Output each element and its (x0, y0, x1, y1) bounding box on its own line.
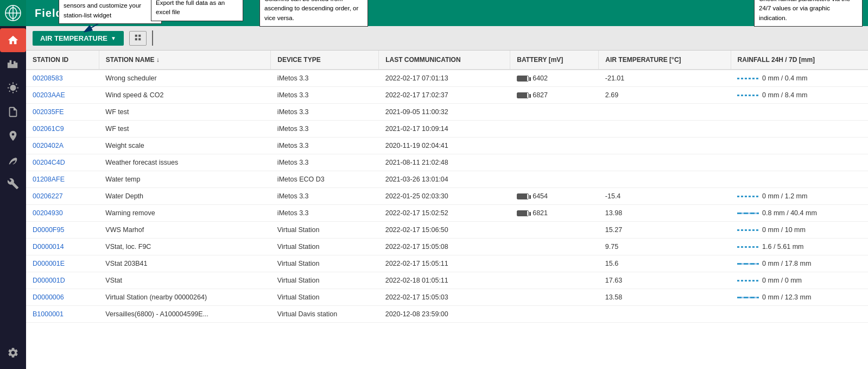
grid-icon (134, 34, 142, 41)
air-temp-label: AIR TEMPERATURE (40, 34, 107, 42)
col-air-temp[interactable]: AIR TEMPERATURE [°C] (599, 51, 731, 70)
station-name-cell: Water Depth (99, 188, 271, 205)
last-comm-cell: 2022-02-17 15:05:08 (379, 239, 510, 255)
rainfall-cell: 1.6 / 5.61 mm (731, 239, 868, 255)
rainfall-cell: 0 mm / 1.2 mm (731, 188, 868, 205)
battery-cell: 6827 (510, 87, 599, 104)
battery-cell (510, 289, 599, 306)
rainfall-cell (731, 171, 868, 188)
sensors-icon (7, 130, 19, 142)
col-device-type[interactable]: DEVICE TYPE (271, 51, 379, 70)
station-id-link[interactable]: D0000F95 (33, 226, 64, 234)
station-name-cell: WF test (99, 121, 271, 137)
sidebar-item-settings[interactable] (0, 341, 26, 365)
table-row: B1000001Versailles(6800) - A100004599E..… (26, 306, 868, 323)
sidebar-item-home[interactable] (0, 28, 26, 52)
col-station-name[interactable]: STATION NAME ↓ (99, 51, 271, 70)
rainfall-cell: 0.8 mm / 40.4 mm (731, 205, 868, 222)
sort-tooltip-box: Columns can be sorted from ascending to … (259, 0, 368, 27)
sidebar-item-charts[interactable] (0, 52, 26, 76)
station-id-link[interactable]: D0000006 (33, 293, 64, 301)
rain-indicator (737, 297, 759, 298)
air-temp-cell: 15.6 (599, 255, 731, 272)
battery-icon (517, 76, 529, 82)
air-temp-cell: 15.27 (599, 222, 731, 239)
station-name-cell: Wind speed & CO2 (99, 87, 271, 104)
station-name-cell: Warning remove (99, 205, 271, 222)
sensor-tooltip-box: Choose between the selectable sensors an… (59, 0, 162, 24)
last-comm-cell: 2020-12-08 23:59:00 (379, 306, 510, 323)
device-type-cell: iMetos 3.3 (271, 137, 379, 154)
device-type-cell: Virtual Station (271, 272, 379, 289)
sidebar-item-tools[interactable] (0, 172, 26, 196)
table-row: D000001DVStatVirtual Station2022-02-18 0… (26, 272, 868, 289)
battery-cell: 6402 (510, 70, 599, 87)
home-icon (7, 34, 19, 46)
rain-indicator (737, 246, 759, 248)
last-comm-cell: 2022-02-17 15:05:11 (379, 255, 510, 272)
sidebar-item-weather[interactable] (0, 76, 26, 100)
station-id-link[interactable]: D0000014 (33, 243, 64, 251)
sidebar-item-sensors[interactable] (0, 124, 26, 148)
rain-indicator (737, 280, 759, 282)
device-type-cell: iMetos 3.3 (271, 121, 379, 137)
rain-indicator (737, 229, 759, 231)
table-row: 00204930Warning removeiMetos 3.32022-02-… (26, 205, 868, 222)
station-name-cell: VStat (99, 272, 271, 289)
station-id-link[interactable]: 0020402A (33, 142, 64, 149)
station-id-link[interactable]: B1000001 (33, 310, 64, 318)
station-id-link[interactable]: 00204930 (33, 209, 63, 217)
rain-indicator (737, 212, 759, 214)
device-type-cell: iMetos 3.3 (271, 188, 379, 205)
station-table: STATION ID STATION NAME ↓ DEVICE TYPE LA… (26, 51, 868, 323)
air-temp-cell (599, 104, 731, 121)
col-battery[interactable]: BATTERY [mV] (510, 51, 599, 70)
sidebar-item-crop[interactable] (0, 148, 26, 172)
air-temp-cell (599, 171, 731, 188)
col-station-name-label: STATION NAME ↓ (106, 56, 160, 64)
battery-cell (510, 306, 599, 323)
last-comm-cell: 2022-02-17 17:02:37 (379, 87, 510, 104)
station-id-link[interactable]: D000001E (33, 260, 65, 267)
station-id-link[interactable]: 00208583 (33, 74, 63, 82)
last-comm-cell: 2021-03-26 13:01:04 (379, 171, 510, 188)
col-rainfall[interactable]: RAINFALL 24H / 7D [mm] (731, 51, 868, 70)
rainfall-tooltip-box: Check rainfall parameters via the 24/7 v… (754, 0, 863, 27)
station-id-link[interactable]: 00203AAE (33, 91, 65, 99)
last-comm-cell: 2022-02-17 15:06:50 (379, 222, 510, 239)
station-name-cell: WF test (99, 104, 271, 121)
rain-indicator (737, 263, 759, 265)
table-row: 00204C4DWeather forecast issuesiMetos 3.… (26, 154, 868, 171)
station-name-cell: VStat, loc. F9C (99, 239, 271, 255)
device-type-cell: Virtual Station (271, 289, 379, 306)
air-temp-cell (599, 306, 731, 323)
station-name-cell: Weather forecast issues (99, 154, 271, 171)
station-id-link[interactable]: 002035FE (33, 108, 64, 116)
sidebar-item-reports[interactable] (0, 100, 26, 124)
table-row: 00206227Water DepthiMetos 3.32022-01-25 … (26, 188, 868, 205)
station-id-link[interactable]: 00206227 (33, 192, 63, 200)
device-type-cell: Virtual Station (271, 222, 379, 239)
toolbar: AIR TEMPERATURE ▼ Choose between the sel… (26, 26, 868, 51)
station-id-link[interactable]: D000001D (33, 277, 65, 284)
rain-indicator (737, 196, 759, 197)
air-temp-cell: 13.98 (599, 205, 731, 222)
sort-tooltip-text: Columns can be sorted from ascending to … (264, 0, 358, 21)
settings-icon (7, 347, 19, 359)
battery-cell: 6454 (510, 188, 599, 205)
air-temp-cell (599, 154, 731, 171)
battery-cell (510, 272, 599, 289)
air-temp-cell: 13.58 (599, 289, 731, 306)
air-temp-cell: -21.01 (599, 70, 731, 87)
station-id-link[interactable]: 01208AFE (33, 176, 65, 183)
col-last-comm[interactable]: LAST COMMUNICATION (379, 51, 510, 70)
table-row: 002061C9WF testiMetos 3.32021-02-17 10:0… (26, 121, 868, 137)
sensor-tooltip-text: Choose between the selectable sensors an… (64, 0, 150, 18)
rain-indicator (737, 78, 759, 79)
sidebar-logo (0, 0, 26, 26)
station-id-link[interactable]: 002061C9 (33, 125, 64, 133)
table-header-row: STATION ID STATION NAME ↓ DEVICE TYPE LA… (26, 51, 868, 70)
col-station-id[interactable]: STATION ID (26, 51, 99, 70)
toolbar-divider (152, 30, 153, 46)
station-id-link[interactable]: 00204C4D (33, 159, 65, 166)
